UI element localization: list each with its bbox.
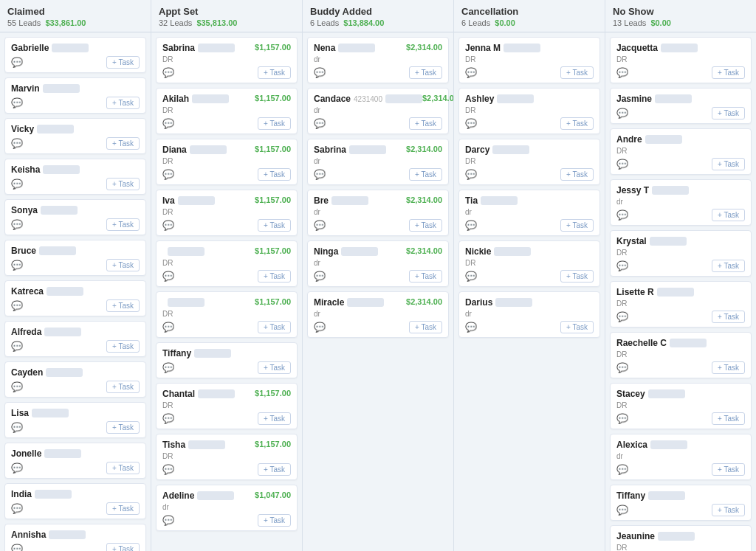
chat-icon[interactable]: 💬 [162,464,174,475]
card[interactable]: Tia dr 💬 + Task [458,190,600,236]
chat-icon[interactable]: 💬 [616,209,628,221]
column-body[interactable]: Jacquetta DR 💬 + Task Jasmine [605,32,756,551]
task-button[interactable]: + Task [560,117,594,130]
card[interactable]: Gabrielle 💬 + Task [4,37,146,73]
card[interactable]: Tiffany 💬 + Task [610,485,752,521]
chat-icon[interactable]: 💬 [314,118,326,129]
chat-icon[interactable]: 💬 [162,67,174,78]
card[interactable]: Akilah $1,157.00 DR 💬 + Task [156,88,298,134]
task-button[interactable]: + Task [106,97,140,109]
card[interactable]: Ashley DR 💬 + Task [458,88,600,134]
card[interactable]: Sabrina $1,157.00 DR 💬 + Task [156,37,298,83]
task-button[interactable]: + Task [106,137,140,150]
task-button[interactable]: + Task [106,259,140,271]
task-button[interactable]: + Task [258,66,291,79]
card[interactable]: India 💬 + Task [4,483,146,519]
chat-icon[interactable]: 💬 [11,57,23,68]
chat-icon[interactable]: 💬 [162,169,174,180]
card[interactable]: Darcy DR 💬 + Task [458,139,600,185]
card[interactable]: Jessy T dr 💬 + Task [610,179,752,226]
card[interactable]: Vicky 💬 + Task [4,118,146,154]
task-button[interactable]: + Task [560,66,594,79]
card[interactable]: Jasmine 💬 + Task [610,88,752,124]
card[interactable]: Nena $2,314.00 dr 💬 + Task [307,37,449,83]
card[interactable]: Jonelle 💬 + Task [4,443,146,479]
card[interactable]: Jacquetta DR 💬 + Task [610,37,752,83]
card[interactable]: Adeline $1,047.00 dr 💬 + Task [156,485,298,531]
card[interactable]: Tisha $1,157.00 DR 💬 + Task [156,434,298,480]
chat-icon[interactable]: 💬 [11,341,23,352]
chat-icon[interactable]: 💬 [11,138,23,149]
column-body[interactable]: Nena $2,314.00 dr 💬 + Task Candace 42314… [303,32,453,551]
chat-icon[interactable]: 💬 [616,505,628,516]
chat-icon[interactable]: 💬 [314,220,326,231]
chat-icon[interactable]: 💬 [465,67,477,78]
chat-icon[interactable]: 💬 [465,220,477,231]
chat-icon[interactable]: 💬 [616,260,628,271]
chat-icon[interactable]: 💬 [11,544,23,551]
card[interactable]: Jenna M DR 💬 + Task [458,37,600,83]
card[interactable]: Sabrina $2,314.00 dr 💬 + Task [307,139,449,185]
task-button[interactable]: + Task [258,117,291,130]
card[interactable]: Chantal $1,157.00 DR 💬 + Task [156,383,298,429]
chat-icon[interactable]: 💬 [465,322,477,333]
task-button[interactable]: + Task [712,209,745,221]
chat-icon[interactable]: 💬 [616,159,628,170]
task-button[interactable]: + Task [560,321,594,333]
chat-icon[interactable]: 💬 [314,271,326,282]
task-button[interactable]: + Task [409,270,442,283]
task-button[interactable]: + Task [712,361,745,374]
task-button[interactable]: + Task [560,270,594,283]
task-button[interactable]: + Task [712,66,745,79]
task-button[interactable]: + Task [258,463,291,476]
task-button[interactable]: + Task [560,168,594,181]
card[interactable]: Candace 4231400 $2,314.00 dr 💬 + Task [307,88,449,134]
task-button[interactable]: + Task [712,463,745,476]
chat-icon[interactable]: 💬 [314,169,326,180]
chat-icon[interactable]: 💬 [162,362,174,373]
chat-icon[interactable]: 💬 [162,515,174,526]
task-button[interactable]: + Task [106,178,140,190]
card[interactable]: Nickie DR 💬 + Task [458,240,600,287]
task-button[interactable]: + Task [106,502,140,515]
chat-icon[interactable]: 💬 [162,118,174,129]
card[interactable]: Lisa 💬 + Task [4,402,146,438]
card[interactable]: Darius dr 💬 + Task [458,291,600,338]
card[interactable]: Cayden 💬 + Task [4,361,146,398]
chat-icon[interactable]: 💬 [11,503,23,514]
chat-icon[interactable]: 💬 [162,322,174,333]
card[interactable]: Bre $2,314.00 dr 💬 + Task [307,190,449,236]
card[interactable]: Tiffany 💬 + Task [156,342,298,378]
card[interactable]: Keisha 💬 + Task [4,159,146,195]
task-button[interactable]: + Task [258,514,291,527]
card[interactable]: Andre DR 💬 + Task [610,128,752,175]
chat-icon[interactable]: 💬 [314,67,326,78]
chat-icon[interactable]: 💬 [11,219,23,230]
card[interactable]: $1,157.00 DR 💬 + Task [156,291,298,338]
task-button[interactable]: + Task [106,421,140,434]
card[interactable]: Alexica dr 💬 + Task [610,434,752,480]
task-button[interactable]: + Task [712,412,745,425]
chat-icon[interactable]: 💬 [314,322,326,333]
chat-icon[interactable]: 💬 [11,422,23,433]
card[interactable]: Stacey DR 💬 + Task [610,383,752,429]
task-button[interactable]: + Task [712,107,745,119]
card[interactable]: Marvin 💬 + Task [4,77,146,114]
chat-icon[interactable]: 💬 [11,179,23,190]
task-button[interactable]: + Task [106,381,140,393]
task-button[interactable]: + Task [409,219,442,232]
chat-icon[interactable]: 💬 [11,300,23,311]
task-button[interactable]: + Task [560,219,594,232]
task-button[interactable]: + Task [106,56,140,69]
card[interactable]: Ninga $2,314.00 dr 💬 + Task [307,240,449,287]
task-button[interactable]: + Task [258,321,291,333]
chat-icon[interactable]: 💬 [162,220,174,231]
chat-icon[interactable]: 💬 [616,108,628,119]
task-button[interactable]: + Task [712,158,745,170]
card[interactable]: Annisha 💬 + Task [4,524,146,551]
task-button[interactable]: + Task [409,168,442,181]
chat-icon[interactable]: 💬 [465,118,477,129]
task-button[interactable]: + Task [712,504,745,516]
chat-icon[interactable]: 💬 [162,271,174,282]
card[interactable]: Diana $1,157.00 DR 💬 + Task [156,139,298,185]
